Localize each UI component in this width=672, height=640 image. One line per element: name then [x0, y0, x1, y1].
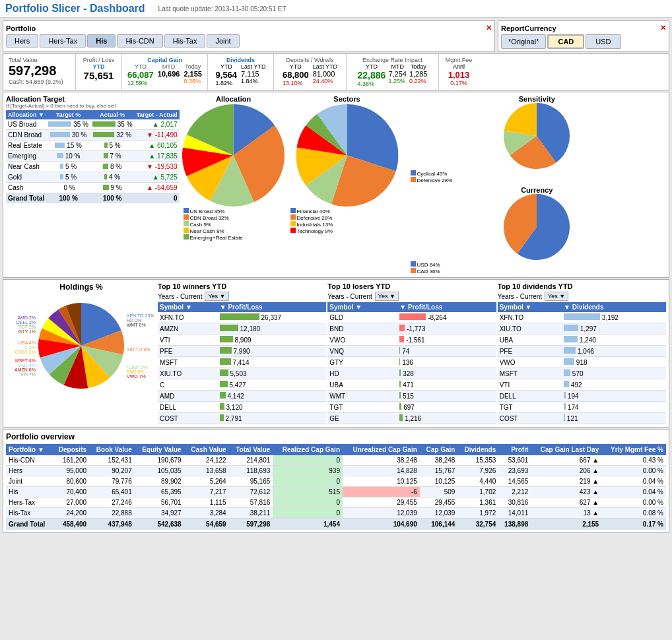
- div-row-vti: VTI 492: [498, 379, 666, 391]
- tab-hers[interactable]: Hers: [6, 34, 38, 48]
- winners-filter-label: Years - Current: [158, 293, 202, 300]
- cg-today-value: 2,155: [184, 70, 202, 78]
- allocation-target-section: Allocation Target If [Target-Actual] > 0…: [6, 95, 180, 274]
- ov-col-realizedgain: Realized Cap Gain: [273, 444, 343, 455]
- sensitivity-currency-section: Sensitivity Cyclical 45% Defensive 28% C…: [408, 95, 666, 274]
- loser-row-gld: GLD -8,264: [327, 312, 496, 323]
- alloc-name: Gold: [6, 172, 46, 183]
- mgmt-pct: 0.17%: [444, 80, 473, 86]
- alloc-name: Cash: [6, 183, 46, 193]
- ex-mtd-pct: 1.25%: [388, 78, 407, 84]
- cg-today-pct: 0.36%: [184, 78, 202, 84]
- tab-original[interactable]: *Original*: [501, 34, 546, 49]
- alloc-total-target: 100 %: [46, 193, 90, 204]
- metric-deposits: Deposits / Wdrwls YTD 68,800 13.10% Last…: [274, 54, 347, 90]
- loser-row-vwo: VWO -1,561: [327, 335, 496, 346]
- tab-joint[interactable]: Joint: [207, 34, 239, 48]
- metric-dividends: Dividends YTD 9,564 1.82% Last YTD 7,115…: [208, 54, 274, 90]
- winners-filter-btn[interactable]: Yes ▼: [205, 292, 228, 301]
- loser-row-hd: HD 328: [327, 368, 496, 379]
- ex-ytd-value: 22,886: [358, 70, 386, 80]
- holdings-title: Holdings %: [6, 282, 156, 292]
- alloc-name: Emerging: [6, 151, 46, 162]
- sensitivity-pie: [504, 100, 570, 172]
- div-row-tgt: TGT 174: [498, 402, 666, 413]
- capital-gain-label: Capital Gain: [127, 57, 202, 63]
- overview-title: Portfolio overview: [6, 432, 666, 441]
- alloc-target: 0 %: [46, 183, 90, 193]
- alloc-diff: ▲ 5,725: [135, 172, 180, 183]
- holdings-row: Holdings % AMD 2% DELL 2% TGT 2% GTY 1% …: [3, 279, 669, 428]
- alloc-target: 35 %: [46, 119, 90, 130]
- loser-row-wmt: WMT 515: [327, 391, 496, 402]
- col-allocation: Allocation ▼: [6, 110, 46, 119]
- loser-row-tgt: TGT 697: [327, 402, 496, 413]
- alloc-diff: ▲ 17,835: [135, 151, 180, 162]
- mgmt-annl-label: Annl: [444, 63, 473, 70]
- total-value-number: 597,298: [9, 63, 70, 79]
- header: Portfolio Slicer - Dashboard Last quote …: [0, 0, 672, 18]
- alloc-actual: 8 %: [90, 162, 135, 172]
- tab-hers-tax[interactable]: Hers-Tax: [40, 34, 86, 48]
- currency-pie: [504, 191, 570, 263]
- alloc-actual: 32 %: [90, 130, 135, 141]
- tab-usd[interactable]: USD: [586, 34, 621, 49]
- col-actual: Actual %: [90, 110, 135, 119]
- cg-ytd-pct: 12.59%: [127, 80, 154, 86]
- ex-today-pct: 0.22%: [409, 78, 428, 84]
- winner-row-amzn: AMZN 12,180: [158, 323, 326, 335]
- dividends-filter-btn[interactable]: Yes ▼: [545, 292, 568, 301]
- losers-col-profit: ▼ Profit/Loss: [397, 302, 496, 312]
- loser-row-vnq: VNQ 74: [327, 346, 496, 357]
- holdings-section: Holdings % AMD 2% DELL 2% TGT 2% GTY 1% …: [6, 282, 156, 424]
- sectors-pie: [296, 100, 398, 212]
- alloc-name: Real Estate: [6, 141, 46, 151]
- alloc-row-cash: Cash 0 % 9 % ▲ -54,659: [6, 183, 180, 193]
- portfolio-clear-icon[interactable]: ✕: [486, 24, 492, 32]
- tab-cad[interactable]: CAD: [547, 34, 584, 49]
- tab-his[interactable]: His: [87, 34, 116, 48]
- portfolio-report-row: Portfolio ✕ Hers Hers-Tax His His-CDN Hi…: [3, 20, 669, 52]
- ex-today-label: Today: [409, 63, 428, 70]
- dep-ytd-value: 68,800: [283, 70, 309, 80]
- portfolio-tabs: Hers Hers-Tax His His-CDN His-Tax Joint: [6, 34, 492, 48]
- alloc-diff: ▼ -11,490: [135, 130, 180, 141]
- div-row-vwo: VWO 918: [498, 357, 666, 368]
- metric-profit-loss: Profit / Loss YTD 75,651: [76, 54, 122, 90]
- mgmt-label: Mgmt Fee: [444, 57, 473, 63]
- alloc-total-diff: 0: [135, 193, 180, 204]
- winners-col-profit: ▼ Profit/Loss: [218, 302, 327, 312]
- tab-his-tax[interactable]: His-Tax: [164, 34, 206, 48]
- alloc-total-row: Grand Total 100 % 100 % 0: [6, 193, 180, 204]
- dep-lastytd-value: 81,000: [313, 70, 337, 78]
- dep-lastytd-label: Last YTD: [313, 63, 337, 70]
- winners-filter-row: Years - Current Yes ▼: [158, 292, 326, 301]
- currency-chart: Currency USD 64% CAD 36%: [408, 186, 666, 274]
- div-lastytd-value: 7,115: [241, 70, 265, 78]
- dep-lastytd-pct: 24.40%: [313, 78, 337, 84]
- losers-filter-label: Years - Current: [327, 293, 372, 300]
- losers-filter-btn[interactable]: Yes ▼: [375, 292, 399, 301]
- report-currency-clear-icon[interactable]: ✕: [660, 24, 666, 32]
- total-value-label: Total Value: [9, 57, 70, 63]
- alloc-row-realestate: Real Estate 15 % 5 % ▲ 60,105: [6, 141, 180, 151]
- allocation-note: If [Target-Actual] > 0 then need to buy,…: [6, 103, 180, 109]
- cg-today-label: Today: [184, 63, 202, 70]
- loser-row-ge: GE 1,216: [327, 413, 496, 424]
- winner-row-xiuto: XIU.TO 5,503: [158, 368, 326, 379]
- allocation-pie: [182, 104, 285, 207]
- div-row-msft: MSFT 570: [498, 368, 666, 379]
- alloc-row-gold: Gold 5 % 4 % ▲ 5,725: [6, 172, 180, 183]
- col-target: Target %: [46, 110, 90, 119]
- ov-col-mgmtfee: Yrly Mgmt Fee %: [601, 444, 666, 455]
- alloc-target: 10 %: [46, 151, 90, 162]
- alloc-name: US Broad: [6, 119, 46, 130]
- div-row-pfe: PFE 1,046: [498, 346, 666, 357]
- portfolio-box: Portfolio ✕ Hers Hers-Tax His His-CDN Hi…: [3, 20, 495, 52]
- alloc-row-emerging: Emerging 10 % 7 % ▲ 17,835: [6, 151, 180, 162]
- allocation-title: Allocation Target: [6, 95, 65, 103]
- alloc-name: CDN Broad: [6, 130, 46, 141]
- holdings-pie: [28, 303, 134, 389]
- tab-his-cdn[interactable]: His-CDN: [117, 34, 162, 48]
- winner-row-amd: AMD 4,142: [158, 391, 326, 402]
